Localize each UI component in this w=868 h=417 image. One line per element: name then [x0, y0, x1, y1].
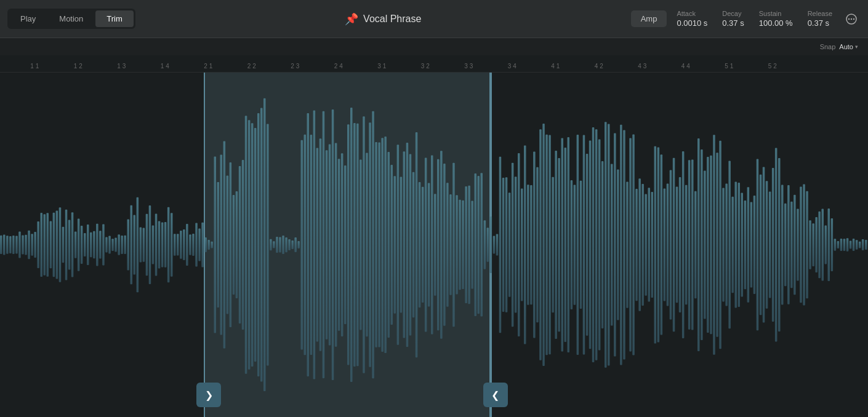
- svg-rect-214: [651, 192, 654, 298]
- svg-rect-40: [111, 239, 114, 251]
- svg-rect-46: [131, 205, 133, 285]
- svg-rect-82: [242, 160, 244, 330]
- svg-rect-36: [99, 231, 102, 258]
- decay-value[interactable]: 0.37 s: [722, 18, 744, 28]
- svg-rect-185: [561, 138, 564, 352]
- svg-rect-182: [552, 177, 554, 312]
- more-button[interactable]: [842, 10, 861, 28]
- svg-rect-43: [121, 236, 123, 254]
- svg-rect-85: [251, 123, 254, 367]
- ruler-tick: 2 4: [334, 63, 343, 70]
- svg-rect-26: [68, 220, 71, 269]
- svg-rect-212: [645, 194, 647, 295]
- svg-rect-111: [332, 109, 334, 380]
- svg-rect-175: [530, 185, 532, 304]
- svg-rect-216: [657, 148, 660, 343]
- svg-point-3: [853, 18, 854, 19]
- svg-rect-245: [747, 187, 750, 303]
- svg-rect-263: [803, 184, 805, 305]
- svg-rect-134: [403, 151, 406, 338]
- svg-rect-130: [391, 165, 393, 325]
- nav-back-button[interactable]: ❮: [483, 383, 508, 407]
- tab-play[interactable]: Play: [9, 10, 47, 27]
- svg-rect-79: [233, 195, 235, 295]
- svg-rect-264: [806, 191, 808, 298]
- svg-rect-240: [731, 197, 734, 293]
- nav-forward-button[interactable]: ❯: [196, 383, 221, 407]
- svg-rect-204: [620, 125, 622, 365]
- ruler-marks: 1 11 21 31 42 12 22 32 43 13 23 33 44 14…: [0, 55, 868, 72]
- ruler-tick: 3 2: [421, 63, 430, 70]
- svg-rect-228: [694, 191, 697, 298]
- svg-rect-77: [227, 176, 229, 314]
- svg-rect-195: [592, 127, 595, 362]
- svg-rect-279: [853, 239, 855, 251]
- svg-rect-198: [601, 161, 604, 328]
- sustain-value[interactable]: 100.00 %: [759, 18, 793, 28]
- svg-rect-213: [648, 188, 651, 301]
- svg-rect-277: [846, 238, 849, 251]
- svg-rect-133: [400, 177, 403, 312]
- svg-rect-177: [536, 167, 539, 323]
- svg-rect-138: [416, 132, 418, 357]
- svg-rect-273: [834, 239, 837, 251]
- timeline-ruler: 1 11 21 31 42 12 22 32 43 13 23 33 44 14…: [0, 55, 868, 73]
- svg-rect-199: [605, 122, 607, 368]
- svg-rect-13: [28, 231, 30, 259]
- svg-rect-157: [475, 173, 477, 316]
- svg-rect-210: [638, 178, 641, 311]
- svg-rect-102: [304, 135, 307, 355]
- svg-rect-30: [81, 226, 83, 264]
- svg-rect-239: [728, 161, 731, 329]
- svg-rect-118: [353, 123, 356, 367]
- svg-rect-139: [419, 182, 421, 308]
- svg-rect-24: [62, 227, 65, 263]
- svg-rect-91: [270, 239, 272, 250]
- svg-rect-95: [282, 236, 284, 254]
- ruler-tick: 4 4: [681, 63, 690, 70]
- svg-rect-41: [115, 238, 117, 252]
- svg-rect-219: [667, 184, 669, 306]
- amp-button[interactable]: Amp: [631, 10, 667, 27]
- release-value[interactable]: 0.37 s: [808, 18, 829, 28]
- svg-rect-89: [263, 98, 266, 391]
- svg-rect-5: [3, 235, 6, 255]
- svg-rect-124: [372, 111, 374, 379]
- svg-rect-112: [335, 143, 337, 346]
- svg-rect-47: [134, 215, 136, 275]
- tab-motion[interactable]: Motion: [48, 10, 94, 27]
- svg-rect-114: [341, 153, 344, 336]
- svg-rect-274: [837, 241, 840, 248]
- svg-rect-29: [78, 218, 79, 271]
- svg-rect-23: [59, 207, 62, 282]
- svg-rect-121: [363, 116, 365, 373]
- tab-trim[interactable]: Trim: [95, 10, 134, 27]
- ruler-tick: 2 3: [291, 63, 299, 70]
- svg-rect-145: [437, 159, 440, 330]
- svg-rect-276: [843, 239, 846, 251]
- svg-rect-163: [493, 236, 496, 254]
- svg-rect-153: [462, 201, 464, 289]
- svg-rect-123: [369, 122, 371, 367]
- ruler-tick: 1 2: [74, 63, 82, 70]
- svg-rect-176: [533, 152, 536, 338]
- decay-label: Decay: [722, 10, 741, 17]
- svg-rect-97: [288, 239, 291, 250]
- svg-rect-243: [741, 193, 744, 297]
- svg-rect-278: [850, 240, 852, 248]
- svg-rect-18: [44, 214, 46, 276]
- svg-rect-249: [760, 175, 762, 316]
- svg-rect-220: [670, 170, 672, 319]
- svg-rect-244: [744, 201, 747, 289]
- waveform-container[interactable]: ❯ ❮: [0, 73, 868, 417]
- chevron-right-icon: ❯: [205, 389, 213, 401]
- svg-rect-160: [484, 220, 486, 269]
- attack-value[interactable]: 0.0010 s: [677, 18, 707, 28]
- svg-rect-256: [781, 185, 784, 304]
- svg-rect-179: [542, 124, 545, 366]
- svg-rect-4: [0, 236, 2, 254]
- svg-rect-253: [772, 168, 774, 322]
- snap-value[interactable]: Auto ▾: [839, 43, 858, 50]
- svg-rect-22: [56, 211, 58, 279]
- svg-rect-9: [15, 236, 18, 253]
